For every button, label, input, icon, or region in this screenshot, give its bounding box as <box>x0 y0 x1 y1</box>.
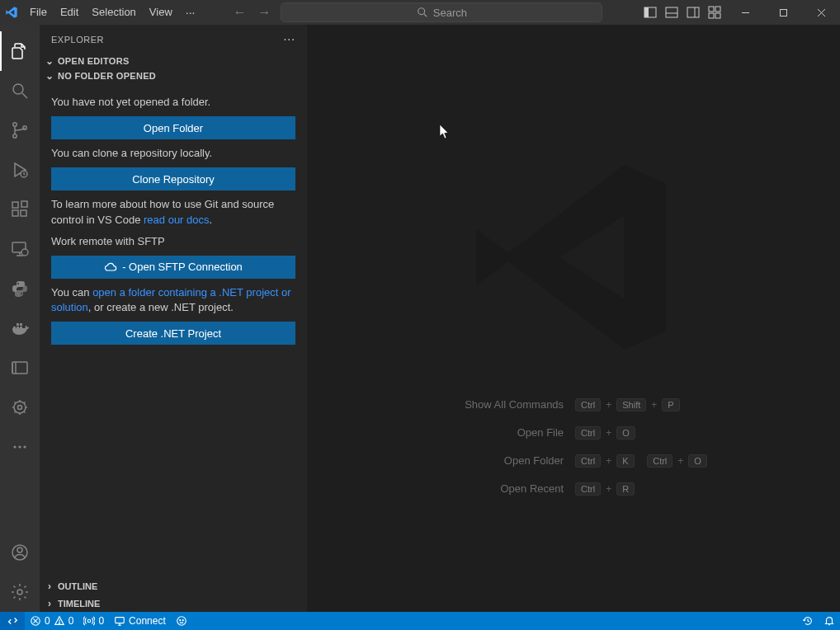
layout-primary-sidebar-icon[interactable] <box>644 6 657 19</box>
git-info-message: To learn more about how to use Git and s… <box>51 197 295 227</box>
status-notifications-icon[interactable] <box>819 615 840 627</box>
timeline-section[interactable]: › TIMELINE <box>40 595 307 612</box>
svg-point-39 <box>13 445 16 448</box>
key-p: P <box>662 398 679 411</box>
activity-run-debug-icon[interactable] <box>0 150 40 190</box>
svg-point-44 <box>17 590 22 595</box>
nav-back-icon[interactable]: ← <box>233 5 246 20</box>
shortcut-show-all-commands: Show All Commands Ctrl+ Shift+ P <box>440 398 707 411</box>
nav-forward-icon[interactable]: → <box>257 5 271 20</box>
menu-selection[interactable]: Selection <box>85 0 142 25</box>
svg-rect-25 <box>21 210 26 216</box>
svg-point-50 <box>88 619 92 623</box>
chevron-down-icon: ⌄ <box>43 70 56 82</box>
svg-point-54 <box>177 617 186 626</box>
status-ports[interactable]: 0 <box>78 615 109 627</box>
svg-rect-34 <box>12 362 27 374</box>
svg-point-43 <box>17 548 22 552</box>
svg-line-18 <box>22 93 27 98</box>
shortcut-open-recent: Open Recent Ctrl+ R <box>440 482 707 496</box>
open-editors-section[interactable]: ⌄ OPEN EDITORS <box>40 54 307 68</box>
key-k: K <box>616 454 634 468</box>
activity-settings-gear-icon[interactable] <box>0 388 40 427</box>
sidebar-title: EXPLORER <box>51 35 104 45</box>
no-folder-section[interactable]: ⌄ NO FOLDER OPENED <box>40 68 307 83</box>
status-connect[interactable]: Connect <box>109 615 171 627</box>
svg-rect-33 <box>20 323 22 326</box>
svg-point-20 <box>13 134 17 138</box>
activity-remote-explorer-icon[interactable] <box>0 229 40 269</box>
editor-area: Show All Commands Ctrl+ Shift+ P Open Fi… <box>307 25 840 612</box>
window-close-icon[interactable] <box>802 0 840 25</box>
svg-line-1 <box>424 14 427 17</box>
status-remote-icon[interactable] <box>0 612 25 630</box>
key-ctrl: Ctrl <box>575 454 601 468</box>
menu-overflow-icon[interactable]: ··· <box>179 0 202 25</box>
window-minimize-icon[interactable] <box>726 0 764 25</box>
open-sftp-button[interactable]: - Open SFTP Connection <box>51 256 295 279</box>
create-dotnet-button[interactable]: Create .NET Project <box>51 322 295 345</box>
activity-extensions-icon[interactable] <box>0 190 40 229</box>
menu-edit[interactable]: Edit <box>54 0 85 25</box>
outline-section[interactable]: › OUTLINE <box>40 577 307 595</box>
key-ctrl: Ctrl <box>575 398 601 411</box>
activity-bar <box>0 25 40 612</box>
activity-explorer-icon[interactable] <box>0 31 40 71</box>
clone-message: You can clone a repository locally. <box>51 146 295 161</box>
open-folder-button[interactable]: Open Folder <box>51 116 295 139</box>
status-ports-count: 0 <box>98 615 104 627</box>
svg-rect-51 <box>116 618 125 623</box>
layout-panel-icon[interactable] <box>665 6 678 19</box>
no-folder-message: You have not yet opened a folder. <box>51 95 295 110</box>
layout-customize-icon[interactable] <box>708 6 721 19</box>
explorer-sidebar: EXPLORER ··· ⌄ OPEN EDITORS ⌄ NO FOLDER … <box>40 25 307 612</box>
status-bar: 0 0 0 Connect <box>0 612 840 630</box>
chevron-right-icon: › <box>43 598 56 609</box>
sidebar-header: EXPLORER ··· <box>40 25 307 54</box>
key-o: O <box>616 426 635 440</box>
menu-file[interactable]: File <box>23 0 54 25</box>
status-problems[interactable]: 0 0 <box>25 615 78 627</box>
vscode-watermark-icon <box>458 142 689 375</box>
cloud-icon <box>104 261 117 273</box>
svg-point-28 <box>21 249 28 256</box>
activity-manage-icon[interactable] <box>0 572 40 612</box>
activity-python-icon[interactable] <box>0 269 40 308</box>
window-controls <box>726 0 840 25</box>
activity-docker-icon[interactable] <box>0 308 40 348</box>
title-bar: File Edit Selection View ··· ← → Search <box>0 0 840 25</box>
svg-point-17 <box>13 84 23 94</box>
command-center-search[interactable]: Search <box>281 2 602 22</box>
search-icon <box>417 7 428 18</box>
chevron-right-icon: › <box>43 581 56 592</box>
read-docs-link[interactable]: read our docs <box>144 214 210 226</box>
svg-point-19 <box>13 123 17 126</box>
activity-project-icon[interactable] <box>0 348 40 388</box>
svg-rect-7 <box>687 7 699 17</box>
status-warnings-count: 0 <box>68 615 74 627</box>
activity-search-icon[interactable] <box>0 71 40 110</box>
activity-accounts-icon[interactable] <box>0 533 40 572</box>
nav-arrows: ← → <box>233 5 271 20</box>
svg-point-55 <box>179 620 180 621</box>
window-maximize-icon[interactable] <box>764 0 802 25</box>
sidebar-more-icon[interactable]: ··· <box>283 32 295 47</box>
status-history-icon[interactable] <box>797 615 819 627</box>
layout-secondary-sidebar-icon[interactable] <box>687 6 700 19</box>
activity-source-control-icon[interactable] <box>0 110 40 150</box>
menu-view[interactable]: View <box>143 0 179 25</box>
menu-bar: File Edit Selection View ··· <box>23 0 201 25</box>
activity-overflow-icon[interactable] <box>0 427 40 467</box>
svg-rect-23 <box>12 202 18 208</box>
svg-rect-9 <box>709 7 714 12</box>
shortcut-open-folder: Open Folder Ctrl+ K Ctrl+ O <box>440 454 707 468</box>
key-shift: Shift <box>616 398 646 411</box>
search-placeholder: Search <box>433 7 467 19</box>
key-r: R <box>616 482 635 496</box>
status-feedback-icon[interactable] <box>171 615 192 627</box>
svg-point-41 <box>23 445 26 448</box>
svg-rect-12 <box>715 13 720 18</box>
dotnet-message: You can open a folder containing a .NET … <box>51 285 295 315</box>
svg-rect-26 <box>21 201 27 207</box>
clone-repository-button[interactable]: Clone Repository <box>51 167 295 190</box>
